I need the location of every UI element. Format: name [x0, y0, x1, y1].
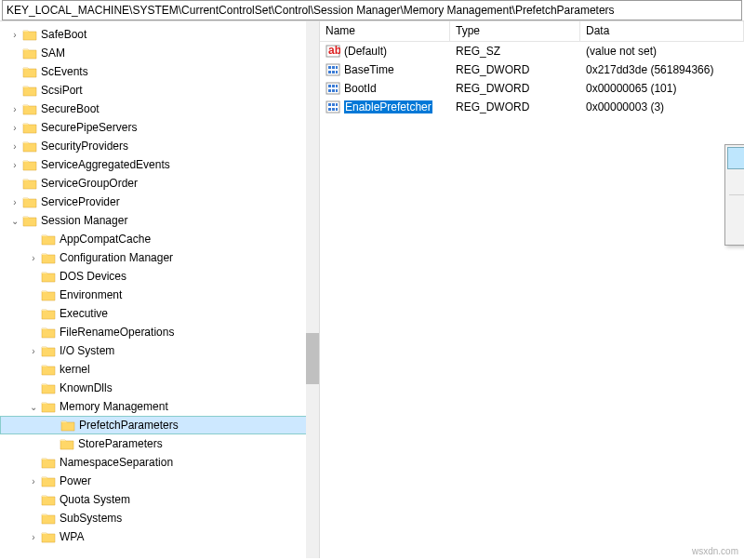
tree-item-i-o-system[interactable]: ›I/O System	[0, 341, 319, 360]
tree-item-prefetchparameters[interactable]: PrefetchParameters	[0, 416, 319, 434]
chevron-down-icon[interactable]: ⌄	[7, 213, 22, 228]
tree-label: PrefetchParameters	[79, 419, 179, 432]
folder-icon	[41, 288, 56, 301]
address-bar[interactable]: KEY_LOCAL_MACHINE\SYSTEM\CurrentControlS…	[2, 0, 742, 20]
chevron-down-icon[interactable]: ⌄	[26, 399, 41, 414]
value-row[interactable]: (Default)REG_SZ(value not set)	[320, 42, 744, 60]
value-data: (value not set)	[580, 45, 744, 58]
chevron-right-icon[interactable]: ›	[7, 101, 22, 116]
folder-icon	[41, 512, 56, 525]
folder-icon	[22, 177, 37, 190]
chevron-right-icon[interactable]: ›	[7, 194, 22, 209]
address-text: KEY_LOCAL_MACHINE\SYSTEM\CurrentControlS…	[7, 4, 615, 17]
tree-item-quota-system[interactable]: Quota System	[0, 490, 319, 509]
folder-icon	[41, 326, 56, 339]
folder-icon	[22, 28, 37, 41]
reg-dword-icon	[326, 63, 340, 76]
chevron-right-icon[interactable]: ›	[26, 473, 41, 488]
folder-icon	[60, 437, 74, 450]
value-name: BaseTime	[344, 63, 394, 76]
tree-label: Power	[60, 474, 91, 487]
tree-item-environment[interactable]: Environment	[0, 286, 319, 304]
menu-modify-binary[interactable]: Modify Binary Data...	[727, 169, 744, 192]
folder-icon	[60, 419, 75, 432]
tree-label: Environment	[60, 288, 122, 301]
col-header-type[interactable]: Type	[450, 21, 580, 41]
tree-item-servicegrouporder[interactable]: ServiceGroupOrder	[0, 174, 319, 193]
value-row[interactable]: BootIdREG_DWORD0x00000065 (101)	[320, 79, 744, 98]
list-header: Name Type Data	[320, 21, 744, 42]
tree-item-sam[interactable]: SAM	[0, 44, 319, 62]
tree-label: ServiceProvider	[41, 195, 120, 208]
tree-item-serviceprovider[interactable]: ›ServiceProvider	[0, 193, 319, 211]
tree-item-session-manager[interactable]: ⌄Session Manager	[0, 211, 319, 230]
menu-delete[interactable]: Delete	[727, 198, 744, 220]
folder-icon	[41, 381, 56, 394]
col-header-data[interactable]: Data	[580, 21, 744, 41]
scrollbar-thumb[interactable]	[306, 333, 319, 384]
tree-label: kernel	[60, 363, 90, 376]
folder-icon	[41, 233, 56, 246]
tree-item-filerenameoperations[interactable]: FileRenameOperations	[0, 323, 319, 341]
folder-icon	[41, 493, 56, 506]
tree-label: FileRenameOperations	[60, 326, 174, 339]
value-data: 0x00000003 (3)	[580, 100, 744, 113]
value-type: REG_DWORD	[450, 100, 580, 113]
tree-label: SAM	[41, 47, 65, 60]
tree-item-scsiport[interactable]: ScsiPort	[0, 81, 319, 100]
chevron-right-icon[interactable]: ›	[26, 529, 41, 544]
tree-item-knowndlls[interactable]: KnownDlls	[0, 379, 319, 397]
tree-item-subsystems[interactable]: SubSystems	[0, 509, 319, 527]
chevron-right-icon[interactable]: ›	[7, 157, 22, 172]
value-name: EnablePrefetcher	[344, 100, 432, 113]
chevron-right-icon[interactable]: ›	[7, 120, 22, 135]
tree-item-securityproviders[interactable]: ›SecurityProviders	[0, 137, 319, 155]
tree-item-namespaceseparation[interactable]: NamespaceSeparation	[0, 453, 319, 472]
folder-icon	[41, 363, 56, 376]
tree-item-power[interactable]: ›Power	[0, 472, 319, 490]
tree-item-securepipeservers[interactable]: ›SecurePipeServers	[0, 118, 319, 137]
tree-item-storeparameters[interactable]: StoreParameters	[0, 434, 319, 453]
tree-item-executive[interactable]: Executive	[0, 304, 319, 323]
tree-item-wpa[interactable]: ›WPA	[0, 527, 319, 546]
tree-label: SubSystems	[60, 512, 122, 525]
value-name: (Default)	[344, 45, 387, 58]
folder-icon	[22, 102, 37, 115]
value-type: REG_DWORD	[450, 82, 580, 95]
chevron-right-icon[interactable]: ›	[26, 250, 41, 265]
folder-icon	[41, 530, 56, 543]
tree-item-serviceaggregatedevents[interactable]: ›ServiceAggregatedEvents	[0, 155, 319, 174]
tree-item-memory-management[interactable]: ⌄Memory Management	[0, 397, 319, 416]
col-header-name[interactable]: Name	[320, 21, 450, 41]
folder-icon	[41, 251, 56, 264]
tree-item-scevents[interactable]: ScEvents	[0, 62, 319, 81]
chevron-right-icon[interactable]: ›	[26, 343, 41, 358]
folder-icon	[41, 270, 56, 283]
tree-label: SecurePipeServers	[41, 121, 137, 134]
chevron-right-icon[interactable]: ›	[7, 139, 22, 153]
tree-item-secureboot[interactable]: ›SecureBoot	[0, 100, 319, 118]
tree-item-dos-devices[interactable]: DOS Devices	[0, 267, 319, 286]
menu-rename[interactable]: Rename	[727, 220, 744, 243]
folder-icon	[22, 65, 37, 78]
list-pane[interactable]: Name Type Data (Default)REG_SZ(value not…	[320, 21, 744, 558]
tree-item-configuration-manager[interactable]: ›Configuration Manager	[0, 248, 319, 267]
folder-icon	[22, 121, 37, 134]
tree-item-safeboot[interactable]: ›SafeBoot	[0, 25, 319, 44]
folder-icon	[22, 214, 37, 227]
value-type: REG_DWORD	[450, 63, 580, 76]
tree-label: Executive	[60, 307, 108, 320]
folder-icon	[22, 158, 37, 171]
value-row[interactable]: EnablePrefetcherREG_DWORD0x00000003 (3)	[320, 98, 744, 116]
scrollbar-track[interactable]	[306, 21, 319, 558]
tree-label: WPA	[60, 530, 84, 543]
tree-label: Memory Management	[60, 400, 168, 413]
tree-label: SafeBoot	[41, 28, 86, 41]
tree-item-appcompatcache[interactable]: AppCompatCache	[0, 230, 319, 248]
tree-item-kernel[interactable]: kernel	[0, 360, 319, 379]
value-row[interactable]: BaseTimeREG_DWORD0x217dd3de (561894366)	[320, 60, 744, 79]
folder-icon	[41, 474, 56, 487]
menu-modify[interactable]: Modify...	[727, 147, 744, 169]
tree-pane[interactable]: ›SafeBootSAMScEventsScsiPort›SecureBoot›…	[0, 21, 320, 558]
chevron-right-icon[interactable]: ›	[7, 27, 22, 42]
